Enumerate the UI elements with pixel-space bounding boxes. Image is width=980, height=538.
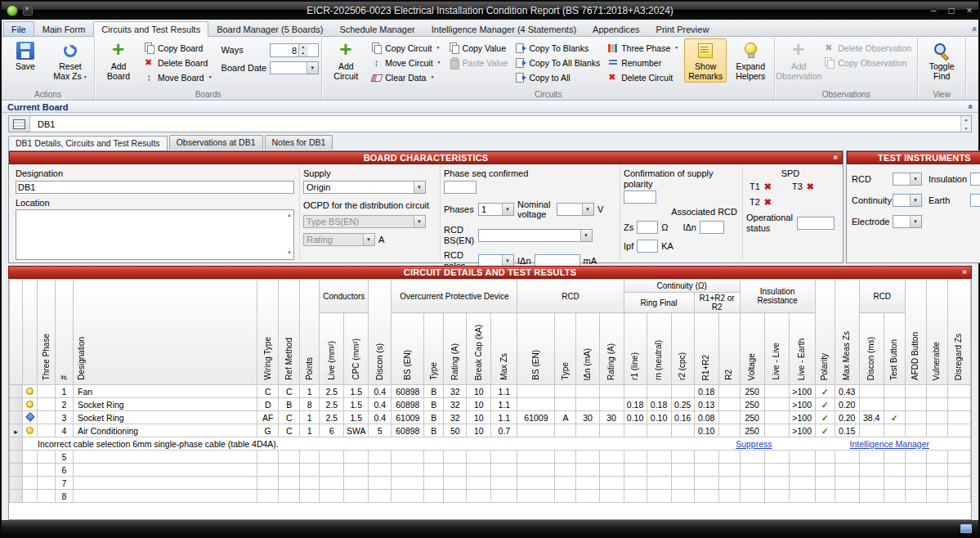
grid-cell[interactable]	[718, 464, 740, 477]
row-selector[interactable]	[10, 451, 23, 464]
grid-cell[interactable]	[671, 385, 694, 398]
grid-cell[interactable]: 1.5	[344, 398, 369, 411]
grid-cell[interactable]: 0.16	[671, 411, 694, 424]
grid-cell[interactable]	[74, 464, 257, 477]
grid-cell[interactable]: B	[424, 411, 444, 424]
grid-cell[interactable]	[38, 490, 56, 503]
grid-cell[interactable]	[576, 424, 599, 437]
grid-cell[interactable]	[320, 490, 344, 503]
grid-cell[interactable]	[947, 398, 970, 411]
row-selector[interactable]	[10, 385, 23, 398]
grid-cell[interactable]: 8	[300, 398, 320, 411]
grid-cell[interactable]: 0.43	[835, 385, 859, 398]
grid-cell[interactable]	[517, 424, 555, 437]
grid-cell[interactable]	[884, 398, 905, 411]
grid-cell[interactable]: 38.4	[859, 411, 884, 424]
grid-cell[interactable]	[694, 451, 718, 464]
continuity-instrument-select[interactable]	[893, 194, 922, 207]
grid-cell[interactable]	[718, 385, 740, 398]
grid-cell[interactable]	[344, 477, 369, 490]
grid-cell[interactable]	[671, 451, 694, 464]
grid-cell[interactable]	[257, 451, 279, 464]
copy-to-all-button[interactable]: Copy to All	[513, 70, 603, 84]
grid-cell[interactable]	[815, 490, 835, 503]
grid-cell[interactable]	[740, 464, 764, 477]
delete-board-button[interactable]: Delete Board	[142, 56, 216, 69]
grid-cell[interactable]: C	[279, 411, 300, 424]
grid-cell[interactable]	[517, 477, 555, 490]
grid-cell[interactable]	[444, 464, 467, 477]
grid-cell[interactable]	[905, 490, 926, 503]
grid-cell[interactable]	[671, 464, 694, 477]
rcd-instrument-select[interactable]	[893, 173, 922, 186]
grid-cell[interactable]	[764, 477, 789, 490]
grid-cell[interactable]	[905, 411, 926, 424]
grid-cell[interactable]	[320, 451, 344, 464]
phase-seq-input[interactable]	[444, 181, 477, 194]
grid-cell[interactable]: 5	[56, 451, 74, 464]
grid-cell[interactable]	[694, 490, 718, 503]
grid-cell[interactable]	[905, 451, 926, 464]
supply-select[interactable]: Origin	[303, 181, 426, 194]
reset-max-zs-button[interactable]: Reset Max Zs	[49, 38, 92, 83]
grid-cell[interactable]	[718, 424, 740, 437]
grid-cell[interactable]: 0.4	[369, 398, 392, 411]
grid-cell[interactable]	[647, 490, 671, 503]
grid-cell[interactable]	[926, 385, 947, 398]
grid-cell[interactable]	[835, 464, 859, 477]
grid-cell[interactable]: 0.18	[647, 398, 671, 411]
grid-cell[interactable]: 50	[444, 424, 467, 437]
row-selector[interactable]	[10, 477, 23, 490]
grid-cell[interactable]	[764, 451, 789, 464]
grid-cell[interactable]	[905, 477, 926, 490]
grid-cell[interactable]: Socket Ring	[74, 398, 257, 411]
ways-spinner-buttons[interactable]	[298, 44, 308, 56]
grid-cell[interactable]	[926, 451, 947, 464]
grid-cell[interactable]	[555, 477, 576, 490]
grid-cell[interactable]: 32	[444, 411, 467, 424]
grid-cell[interactable]: 61009	[517, 411, 555, 424]
ways-input[interactable]	[271, 44, 298, 56]
grid-cell[interactable]: 1.1	[491, 385, 517, 398]
grid-cell[interactable]	[718, 451, 740, 464]
show-remarks-toggle[interactable]: Show Remarks	[684, 38, 727, 83]
grid-cell[interactable]	[764, 424, 789, 437]
supply-polarity-input[interactable]	[624, 191, 656, 204]
delete-observation-button[interactable]: Delete Observation	[822, 41, 915, 55]
grid-cell[interactable]	[491, 490, 517, 503]
grid-cell[interactable]: 0.15	[835, 424, 859, 437]
grid-cell[interactable]	[694, 464, 718, 477]
grid-cell[interactable]	[718, 477, 740, 490]
grid-cell[interactable]	[624, 464, 647, 477]
grid-cell[interactable]: 1.5	[344, 411, 369, 424]
delete-circuit-button[interactable]: Delete Circuit	[606, 70, 682, 84]
operational-status-input[interactable]	[797, 217, 835, 230]
grid-cell[interactable]	[599, 385, 624, 398]
grid-cell[interactable]: 1.1	[491, 411, 517, 424]
grid-cell[interactable]: 4	[56, 424, 74, 437]
rcd-bsen-select[interactable]	[478, 229, 593, 242]
collapse-ribbon-icon[interactable]	[972, 25, 977, 34]
grid-cell[interactable]	[444, 490, 467, 503]
grid-cell[interactable]	[835, 451, 859, 464]
grid-cell[interactable]	[789, 477, 815, 490]
grid-cell[interactable]	[947, 385, 970, 398]
row-selector[interactable]	[10, 411, 23, 424]
grid-cell[interactable]	[599, 424, 624, 437]
grid-cell[interactable]: 10	[467, 411, 491, 424]
grid-cell[interactable]	[671, 490, 694, 503]
grid-cell[interactable]	[815, 451, 835, 464]
tab-db1-details[interactable]: DB1 Details, Circuits and Test Results	[8, 136, 168, 150]
grid-cell[interactable]: B	[424, 385, 444, 398]
grid-cell[interactable]: 61009	[392, 411, 424, 424]
grid-cell[interactable]	[424, 451, 444, 464]
grid-cell[interactable]: 0.20	[835, 398, 859, 411]
grid-cell[interactable]: Fan	[74, 385, 257, 398]
grid-cell[interactable]	[647, 424, 671, 437]
grid-cell[interactable]: ✓	[815, 424, 835, 437]
renumber-button[interactable]: Renumber	[606, 56, 682, 69]
ways-stepper[interactable]	[270, 43, 319, 57]
grid-cell[interactable]: ✓	[815, 398, 835, 411]
grid-cell[interactable]: 10	[467, 385, 491, 398]
grid-cell[interactable]	[926, 424, 947, 437]
